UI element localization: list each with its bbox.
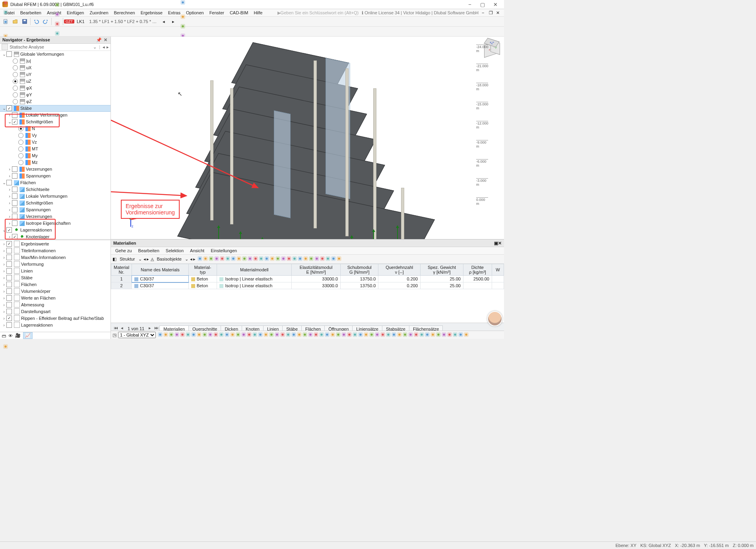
mtb-btn-7[interactable] [236, 257, 242, 262]
checkbox[interactable] [6, 180, 12, 185]
tree-row[interactable]: ›Schnittgrößen [0, 200, 110, 206]
tabs-last[interactable]: ⏭ [153, 325, 159, 331]
bb-btn-21[interactable] [274, 333, 280, 338]
expand-icon[interactable]: › [2, 262, 6, 267]
panel-undock-icon[interactable]: ▣ [494, 241, 498, 246]
dock-close-icon[interactable]: ✕ [103, 37, 108, 43]
mtb-btn-10[interactable] [253, 257, 258, 262]
mat-menu-selektion[interactable]: Selektion [163, 247, 186, 254]
menu-ergebnisse[interactable]: Ergebnisse [138, 10, 165, 16]
expand-icon[interactable]: › [7, 207, 12, 212]
tabs-first[interactable]: ⏮ [112, 325, 119, 331]
bb-btn-15[interactable] [241, 333, 246, 338]
collapse-icon[interactable]: ⌄ [2, 180, 6, 185]
mtb-btn-2[interactable] [208, 257, 214, 262]
mtb-btn-15[interactable] [281, 257, 286, 262]
viewport[interactable]: x y z +X -Y +Z ↖ -24.000 m-21.000 m-18.0… [111, 37, 504, 339]
col-header[interactable]: Material- typ [188, 264, 217, 276]
row-header[interactable]: 1 [111, 276, 132, 282]
maximize-button[interactable]: ▢ [476, 0, 489, 9]
coord-system-combo[interactable]: 1 - Global XYZ [118, 332, 156, 338]
bb-btn-32[interactable] [335, 333, 341, 338]
tree-row[interactable]: Vy [0, 132, 110, 139]
expand-icon[interactable]: › [7, 194, 12, 199]
bb-btn-24[interactable] [291, 333, 297, 338]
tb1-btn-9[interactable] [52, 10, 62, 19]
checkbox[interactable]: ✓ [6, 105, 12, 111]
checkbox[interactable] [6, 255, 12, 260]
bb-btn-44[interactable] [402, 333, 408, 338]
bb-btn-1[interactable] [163, 333, 169, 338]
bb-btn-49[interactable] [430, 333, 436, 338]
cell-nu[interactable]: 0.200 [378, 282, 421, 289]
mtb-btn-9[interactable] [247, 257, 253, 262]
mtb-btn-14[interactable] [275, 257, 281, 262]
cell-gamma[interactable]: 25.00 [421, 276, 463, 282]
bb-btn-18[interactable] [258, 333, 263, 338]
col-header[interactable]: Dichte ρ [kg/m³] [463, 264, 492, 276]
bb-btn-47[interactable] [419, 333, 425, 338]
cell-rho[interactable] [463, 282, 492, 289]
cell-name[interactable]: C30/37 [132, 276, 189, 282]
expand-icon[interactable]: › [7, 167, 12, 171]
checkbox[interactable] [6, 51, 12, 57]
menu-einfügen[interactable]: Einfügen [64, 10, 87, 16]
help-search[interactable]: ▶ Geben Sie ein Schlüsselwort ein (Alt+Q… [277, 10, 359, 16]
tree-row[interactable]: φX [0, 85, 110, 92]
mtb-btn-19[interactable] [303, 257, 308, 262]
bb-btn-25[interactable] [297, 333, 302, 338]
bb-btn-6[interactable] [191, 333, 196, 338]
mtb-btn-25[interactable] [336, 257, 342, 262]
tree-row[interactable]: ›Lagerreaktionen [0, 321, 110, 328]
radio[interactable] [18, 160, 23, 165]
bb-btn-14[interactable] [235, 333, 241, 338]
expand-icon[interactable]: › [2, 241, 6, 246]
radio[interactable] [18, 146, 23, 152]
bb-btn-11[interactable] [219, 333, 224, 338]
tb2-btn-29[interactable] [1, 8, 10, 17]
minimize-button[interactable]: − [463, 0, 476, 9]
collapse-icon[interactable]: ⌄ [2, 52, 6, 57]
mtb-btn-22[interactable] [320, 257, 325, 262]
checkbox[interactable] [6, 309, 12, 314]
checkbox[interactable] [12, 193, 17, 199]
annotation-tree[interactable]: ›✓Ergebniswerte›Titelinformationen›Max/M… [0, 240, 110, 332]
mtb-btn-5[interactable] [225, 257, 231, 262]
radio[interactable] [13, 86, 18, 91]
checkbox[interactable] [6, 261, 12, 267]
bb-btn-12[interactable] [224, 333, 230, 338]
bo-prev[interactable]: ◂ [190, 257, 192, 262]
expand-icon[interactable]: › [7, 187, 12, 192]
loadcase-select[interactable]: LK1 [74, 19, 87, 24]
mat-menu-gehe zu[interactable]: Gehe zu [112, 247, 135, 254]
col-header[interactable]: W [492, 264, 504, 276]
menu-bearbeiten[interactable]: Bearbeiten [17, 10, 44, 16]
expand-icon[interactable]: › [2, 302, 6, 307]
mat-menu-einstellungen[interactable]: Einstellungen [208, 247, 240, 254]
bb-btn-55[interactable] [463, 333, 469, 338]
tree-row[interactable]: ›Spannungen [0, 173, 110, 179]
mtb-btn-17[interactable] [292, 257, 297, 262]
bb-btn-20[interactable] [269, 333, 274, 338]
bb-btn-52[interactable] [447, 333, 452, 338]
tb1b-btn-6[interactable] [178, 0, 188, 7]
mtb-btn-12[interactable] [264, 257, 269, 262]
structure-combo[interactable]: Struktur [117, 257, 138, 261]
bb-btn-23[interactable] [285, 333, 291, 338]
bb-btn-34[interactable] [347, 333, 352, 338]
expand-icon[interactable]: › [7, 173, 12, 178]
tree-row[interactable]: ›Verzerrungen [0, 166, 110, 173]
mtb-btn-3[interactable] [214, 257, 219, 262]
expand-icon[interactable]: › [7, 201, 12, 205]
col-header[interactable]: Materialmodell [217, 264, 292, 276]
tree-row[interactable]: ›Verformung [0, 261, 110, 267]
bb-btn-19[interactable] [263, 333, 269, 338]
nav-tab-display-icon[interactable]: 👁 [8, 333, 13, 338]
expand-icon[interactable]: › [2, 282, 6, 287]
tb-save[interactable] [20, 17, 29, 26]
bb-btn-4[interactable] [180, 333, 185, 338]
expand-icon[interactable]: › [7, 214, 12, 219]
cell-gamma[interactable]: 25.00 [421, 282, 463, 289]
bb-btn-30[interactable] [324, 333, 330, 338]
bb-btn-38[interactable] [369, 333, 374, 338]
